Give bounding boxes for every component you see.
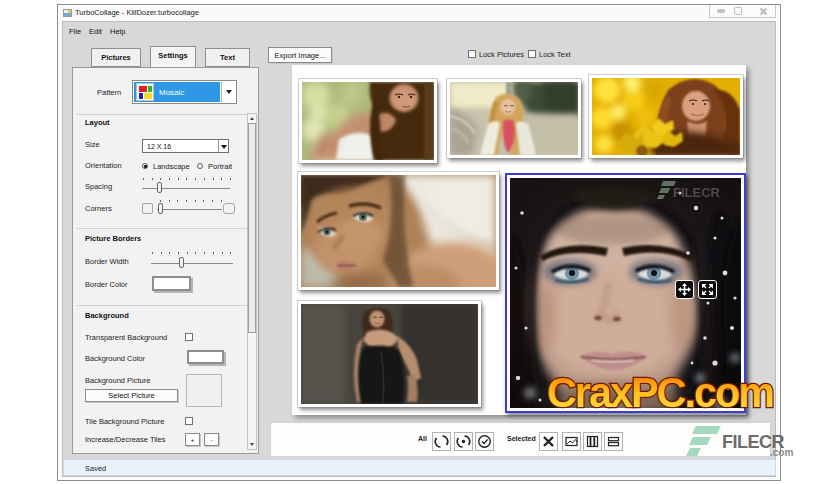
svg-text:CraxPC.com: CraxPC.com — [547, 368, 773, 416]
